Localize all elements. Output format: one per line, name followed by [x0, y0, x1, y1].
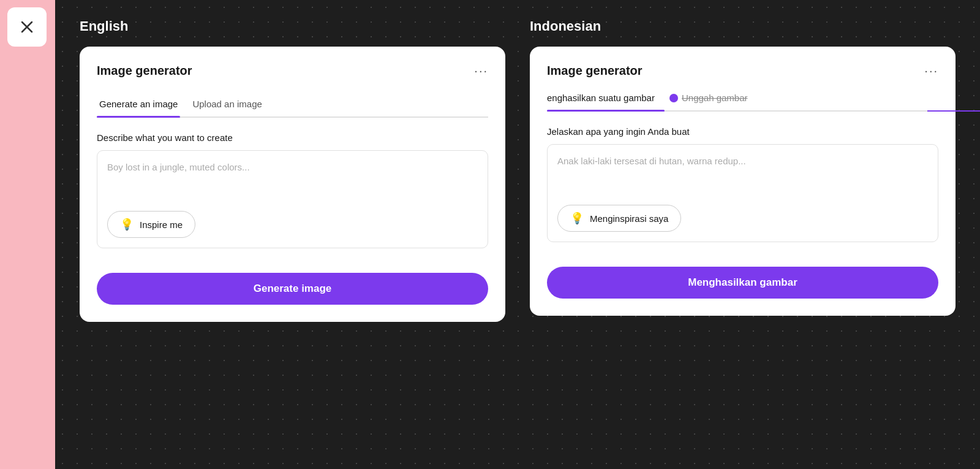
english-card-title: Image generator — [97, 64, 192, 78]
indonesian-generate-button[interactable]: Menghasilkan gambar — [547, 267, 938, 299]
indonesian-inspire-button[interactable]: 💡 Menginspirasi saya — [557, 205, 681, 232]
indonesian-card: Image generator ··· enghasilkan suatu ga… — [530, 47, 956, 316]
english-section-label: Describe what you want to create — [97, 132, 488, 143]
indonesian-textarea-container[interactable]: Anak laki-laki tersesat di hutan, warna … — [547, 144, 938, 242]
english-column-title: English — [80, 18, 505, 34]
indonesian-column: Indonesian Image generator ··· enghasilk… — [530, 18, 956, 451]
english-textarea-placeholder: Boy lost in a jungle, muted colors... — [107, 161, 478, 175]
indonesian-menu-dots[interactable]: ··· — [924, 64, 938, 78]
tab-upload-image[interactable]: Upload an image — [190, 93, 274, 116]
close-button[interactable] — [7, 7, 47, 47]
main-area: English Image generator ··· Generate an … — [55, 0, 980, 469]
english-column: English Image generator ··· Generate an … — [80, 18, 505, 451]
lightbulb-icon: 💡 — [120, 218, 134, 231]
english-tabs: Generate an image Upload an image — [97, 93, 488, 118]
english-card-header: Image generator ··· — [97, 64, 488, 78]
indonesian-card-header: Image generator ··· — [547, 64, 938, 78]
tab-indonesian-generate[interactable]: enghasilkan suatu gambar — [547, 93, 665, 103]
lightbulb-icon-indonesian: 💡 — [570, 212, 584, 225]
english-card: Image generator ··· Generate an image Up… — [80, 47, 505, 322]
columns-container: English Image generator ··· Generate an … — [80, 18, 956, 451]
tab-indonesian-upload[interactable]: Unggah gambar — [665, 93, 748, 103]
indonesian-tabs: enghasilkan suatu gambar Unggah gambar — [547, 93, 938, 112]
indonesian-card-title: Image generator — [547, 64, 643, 78]
tab-generate-image[interactable]: Generate an image — [97, 93, 190, 116]
english-generate-button[interactable]: Generate image — [97, 273, 488, 305]
indonesian-textarea-placeholder: Anak laki-laki tersesat di hutan, warna … — [557, 154, 928, 169]
indonesian-column-title: Indonesian — [530, 18, 956, 34]
indonesian-section-label: Jelaskan apa yang ingin Anda buat — [547, 126, 938, 137]
annotation-line — [927, 110, 980, 112]
english-menu-dots[interactable]: ··· — [474, 64, 488, 78]
english-inspire-button[interactable]: 💡 Inspire me — [107, 211, 195, 238]
tab-dot-indicator — [669, 94, 678, 102]
annotation-group: A — [927, 96, 980, 126]
english-textarea-container[interactable]: Boy lost in a jungle, muted colors... 💡 … — [97, 150, 488, 248]
